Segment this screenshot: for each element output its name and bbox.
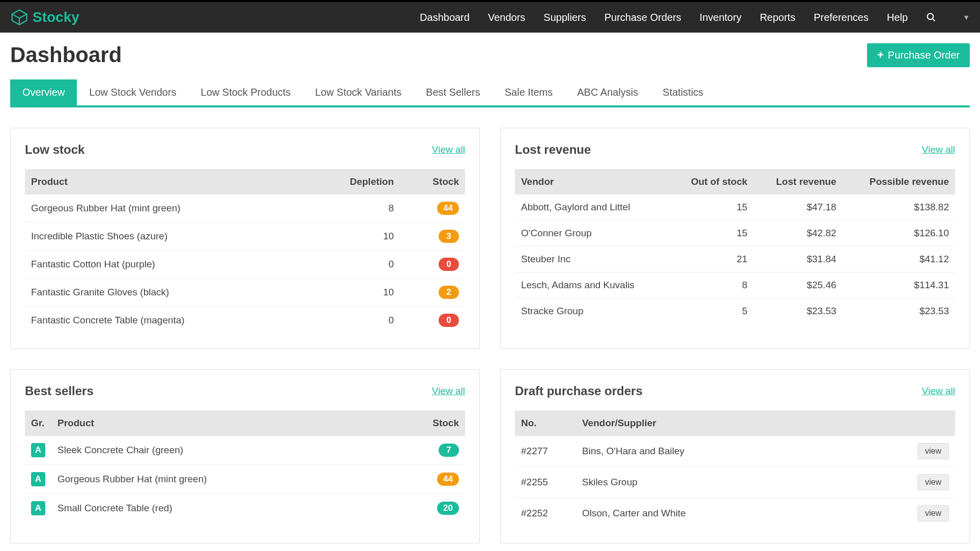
panel-header: Best sellers View all: [25, 384, 465, 398]
plus-icon: +: [877, 49, 884, 61]
cell-lost-revenue: $47.18: [754, 195, 843, 221]
view-all-link[interactable]: View all: [432, 385, 465, 397]
cell-vendor: Lesch, Adams and Kuvalis: [515, 272, 669, 298]
nav-purchase-orders[interactable]: Purchase Orders: [604, 12, 681, 23]
panel-header: Draft purchase orders View all: [515, 384, 955, 398]
cell-possible-revenue: $23.53: [843, 298, 955, 324]
new-purchase-order-button[interactable]: + Purchase Order: [867, 43, 970, 67]
draft-po-panel: Draft purchase orders View all No. Vendo…: [500, 369, 970, 543]
cell-depletion: 10: [305, 279, 400, 307]
cell-product: Fantastic Concrete Table (magenta): [25, 307, 305, 335]
nav-dashboard[interactable]: Dashboard: [420, 12, 470, 23]
panel-header: Low stock View all: [25, 143, 465, 157]
panel-title: Draft purchase orders: [515, 384, 643, 398]
cell-grade: A: [25, 465, 51, 494]
cell-depletion: 8: [305, 195, 400, 223]
cell-stock: 0: [400, 251, 465, 279]
nav-inventory[interactable]: Inventory: [700, 12, 741, 23]
panel-title: Lost revenue: [515, 143, 591, 157]
cell-product: Small Concrete Table (red): [51, 494, 424, 523]
cell-depletion: 0: [305, 307, 400, 335]
view-button[interactable]: view: [917, 474, 949, 490]
cell-depletion: 0: [305, 251, 400, 279]
cell-out-of-stock: 21: [669, 246, 754, 272]
lost-revenue-table: Vendor Out of stock Lost revenue Possibl…: [515, 169, 955, 324]
tab-sale-items[interactable]: Sale Items: [493, 79, 565, 105]
user-menu-caret-icon[interactable]: ▼: [963, 13, 970, 21]
stock-badge: 20: [437, 502, 459, 515]
cell-depletion: 10: [305, 223, 400, 251]
table-row: Incredible Plastic Shoes (azure)103: [25, 223, 465, 251]
purchase-order-button-label: Purchase Order: [888, 49, 960, 61]
stock-badge: 44: [437, 473, 459, 486]
svg-line-3: [933, 19, 935, 21]
table-row: Fantastic Granite Gloves (black)102: [25, 279, 465, 307]
cell-vendor: Abbott, Gaylord and Littel: [515, 195, 669, 221]
nav-suppliers[interactable]: Suppliers: [543, 12, 586, 23]
table-row: Steuber Inc21$31.84$41.12: [515, 246, 955, 272]
table-row: O'Conner Group15$42.82$126.10: [515, 221, 955, 246]
cell-possible-revenue: $138.82: [843, 195, 955, 221]
stock-badge: 7: [439, 444, 459, 457]
box-icon: [10, 8, 28, 26]
nav-preferences[interactable]: Preferences: [814, 12, 869, 23]
col-stock: Stock: [424, 410, 465, 436]
tab-best-sellers[interactable]: Best Sellers: [414, 79, 493, 105]
col-depletion: Depletion: [305, 169, 400, 195]
col-vendor: Vendor: [515, 169, 669, 195]
panel-header: Lost revenue View all: [515, 143, 955, 157]
cell-out-of-stock: 8: [669, 272, 754, 298]
tab-abc-analysis[interactable]: ABC Analysis: [565, 79, 650, 105]
table-row: #2252Olson, Carter and Whiteview: [515, 498, 955, 529]
tab-low-stock-products[interactable]: Low Stock Products: [189, 79, 303, 105]
table-row: ASmall Concrete Table (red)20: [25, 494, 465, 523]
view-button[interactable]: view: [917, 443, 949, 459]
table-row: AGorgeous Rubber Hat (mint green)44: [25, 465, 465, 494]
view-all-link[interactable]: View all: [432, 144, 465, 155]
tab-overview[interactable]: Overview: [10, 79, 77, 105]
low-stock-panel: Low stock View all Product Depletion Sto…: [10, 128, 480, 349]
nav-reports[interactable]: Reports: [760, 12, 795, 23]
cell-vendor: Stracke Group: [515, 298, 669, 324]
stock-badge: 0: [439, 314, 459, 327]
col-possible-revenue: Possible revenue: [843, 169, 955, 195]
cell-vendor: Bins, O'Hara and Bailey: [576, 436, 911, 467]
cell-possible-revenue: $126.10: [843, 221, 955, 246]
view-all-link[interactable]: View all: [922, 144, 955, 155]
view-button[interactable]: view: [917, 505, 949, 521]
cell-lost-revenue: $25.46: [754, 272, 843, 298]
cell-vendor: O'Conner Group: [515, 221, 669, 246]
nav-help[interactable]: Help: [887, 12, 908, 23]
cell-out-of-stock: 15: [669, 221, 754, 246]
cell-vendor: Steuber Inc: [515, 246, 669, 272]
cell-vendor: Skiles Group: [576, 467, 911, 498]
draft-po-table: No. Vendor/Supplier #2277Bins, O'Hara an…: [515, 410, 955, 529]
cell-possible-revenue: $114.31: [843, 272, 955, 298]
cell-lost-revenue: $31.84: [754, 246, 843, 272]
best-sellers-table: Gr. Product Stock ASleek Concrete Chair …: [25, 410, 465, 522]
tab-statistics[interactable]: Statistics: [650, 79, 715, 105]
cell-action: view: [911, 467, 955, 498]
cell-stock: 44: [424, 465, 465, 494]
grade-badge: A: [31, 501, 45, 515]
stock-badge: 44: [437, 202, 459, 215]
search-icon[interactable]: [926, 12, 936, 22]
cell-no: #2277: [515, 436, 576, 467]
tab-low-stock-variants[interactable]: Low Stock Variants: [303, 79, 414, 105]
lost-revenue-panel: Lost revenue View all Vendor Out of stoc…: [500, 128, 970, 349]
cell-no: #2252: [515, 498, 576, 529]
table-row: Abbott, Gaylord and Littel15$47.18$138.8…: [515, 195, 955, 221]
svg-point-2: [928, 14, 934, 20]
cell-no: #2255: [515, 467, 576, 498]
tab-low-stock-vendors[interactable]: Low Stock Vendors: [77, 79, 188, 105]
cell-product: Incredible Plastic Shoes (azure): [25, 223, 305, 251]
view-all-link[interactable]: View all: [922, 385, 955, 397]
panel-title: Best sellers: [25, 384, 94, 398]
grade-badge: A: [31, 472, 45, 486]
logo[interactable]: Stocky: [10, 8, 79, 26]
col-action: [911, 410, 955, 436]
cell-product: Fantastic Cotton Hat (purple): [25, 251, 305, 279]
cell-vendor: Olson, Carter and White: [576, 498, 911, 529]
nav-vendors[interactable]: Vendors: [488, 12, 525, 23]
cell-out-of-stock: 5: [669, 298, 754, 324]
